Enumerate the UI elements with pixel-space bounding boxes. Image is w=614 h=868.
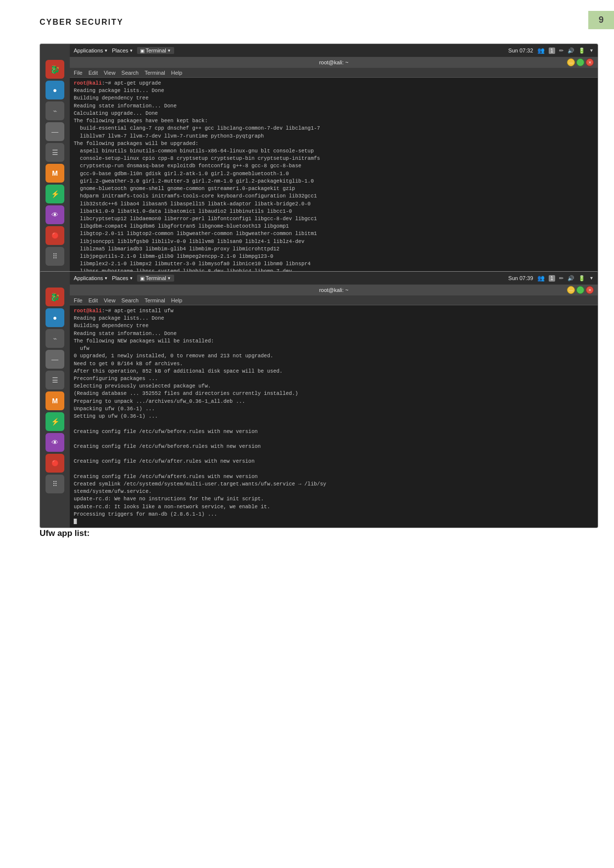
taskbar-icon-battery-2: 🔋 bbox=[578, 275, 585, 282]
sidebar-icon-blue: ● bbox=[46, 81, 64, 99]
clock-1: Sun 07:32 bbox=[508, 48, 533, 53]
taskbar-icon-sound: 🔊 bbox=[567, 48, 574, 54]
taskbar-icon-pencil: ✏ bbox=[559, 48, 564, 54]
kali-taskbar-2: Applications ▼ Places ▼ ▣ Terminal ▼ Sun… bbox=[70, 272, 598, 285]
terminal-menu-btn-2[interactable]: ▣ Terminal ▼ bbox=[137, 275, 174, 282]
kali-taskbar-1: Applications ▼ Places ▼ ▣ Terminal ▼ Sun… bbox=[70, 44, 598, 57]
minimize-btn-1[interactable]: — bbox=[567, 58, 575, 66]
sidebar-icon-dragon: 🐉 bbox=[46, 60, 64, 79]
window-titlebar-2: root@kali: ~ — ✕ bbox=[70, 285, 598, 295]
menu-view-1[interactable]: View bbox=[104, 70, 116, 76]
page-number-badge: 9 bbox=[588, 11, 614, 29]
menu-terminal-1[interactable]: Terminal bbox=[144, 70, 165, 76]
places-caret-2: ▼ bbox=[129, 276, 133, 281]
maximize-btn-1[interactable] bbox=[576, 58, 584, 66]
terminal-caret-2: ▼ bbox=[167, 276, 171, 281]
terminal-content-1: root@kali:~# apt-get upgrade Reading pac… bbox=[70, 78, 598, 300]
sidebar-icon-dash-2: — bbox=[46, 350, 64, 369]
places-menu-2[interactable]: Places ▼ bbox=[112, 275, 133, 281]
clock-2: Sun 07:39 bbox=[508, 275, 533, 281]
apps-caret-2: ▼ bbox=[104, 276, 108, 281]
minimize-btn-2[interactable]: — bbox=[567, 286, 575, 294]
menu-search-1[interactable]: Search bbox=[121, 70, 139, 76]
menu-view-2[interactable]: View bbox=[104, 297, 116, 303]
window-buttons-1: — ✕ bbox=[567, 58, 594, 66]
sidebar-icon-red: 🔴 bbox=[46, 226, 64, 245]
sidebar-icon-m-2: M bbox=[46, 391, 64, 410]
menu-help-2[interactable]: Help bbox=[171, 297, 183, 303]
menu-search-2[interactable]: Search bbox=[121, 297, 139, 303]
close-btn-1[interactable]: ✕ bbox=[586, 58, 594, 66]
menu-help-1[interactable]: Help bbox=[171, 70, 183, 76]
window-titlebar-1: root@kali: ~ — ✕ bbox=[70, 57, 598, 68]
terminal-main-2: Applications ▼ Places ▼ ▣ Terminal ▼ Sun… bbox=[70, 272, 598, 528]
sidebar-icon-list-2: ☰ bbox=[46, 371, 64, 389]
menu-edit-1[interactable]: Edit bbox=[89, 70, 98, 76]
taskbar-icon-people: 👥 bbox=[537, 47, 545, 54]
sidebar-icon-dots: ⠿ bbox=[46, 247, 64, 266]
places-caret-1: ▼ bbox=[129, 48, 133, 53]
applications-menu-1[interactable]: Applications ▼ bbox=[74, 48, 108, 53]
taskbar-icon-num-2: 1 bbox=[549, 275, 556, 282]
apps-caret-1: ▼ bbox=[104, 48, 108, 53]
taskbar-icon-down: ▼ bbox=[589, 48, 594, 53]
sidebar-icon-lightning: ⚡ bbox=[46, 185, 64, 203]
taskbar-icon-battery: 🔋 bbox=[578, 48, 585, 54]
sidebar-icon-red-2: 🔴 bbox=[46, 454, 64, 473]
sidebar-icon-blue-2: ● bbox=[46, 308, 64, 327]
taskbar-icon-sound-2: 🔊 bbox=[567, 275, 574, 282]
taskbar-icon-pencil-2: ✏ bbox=[559, 275, 564, 282]
sidebar-icon-lightning-2: ⚡ bbox=[46, 412, 64, 431]
sidebar-icon-eye: 👁 bbox=[46, 205, 64, 224]
close-btn-2[interactable]: ✕ bbox=[586, 286, 594, 294]
sidebar-icon-plug-2: ⌁ bbox=[46, 329, 64, 348]
taskbar-icon-people-2: 👥 bbox=[537, 275, 545, 282]
sidebar-icon-eye-2: 👁 bbox=[46, 433, 64, 452]
sidebar-icon-list: ☰ bbox=[46, 143, 64, 162]
sidebar-icon-dragon-2: 🐉 bbox=[46, 288, 64, 306]
section-label-ufw: Ufw app list: bbox=[40, 529, 90, 538]
screenshot-1: 🐉 ● ⌁ — ☰ M ⚡ 👁 🔴 ⠿ Applications ▼ Place… bbox=[40, 44, 598, 300]
terminal-main-1: Applications ▼ Places ▼ ▣ Terminal ▼ Sun… bbox=[70, 44, 598, 300]
menu-file-2[interactable]: File bbox=[74, 297, 83, 303]
sidebar-1: 🐉 ● ⌁ — ☰ M ⚡ 👁 🔴 ⠿ bbox=[40, 44, 70, 300]
taskbar-icon-down-2: ▼ bbox=[589, 276, 594, 281]
places-menu-1[interactable]: Places ▼ bbox=[112, 48, 133, 53]
screenshot-2: 🐉 ● ⌁ — ☰ M ⚡ 👁 🔴 ⠿ Applications ▼ Place… bbox=[40, 271, 598, 528]
maximize-btn-2[interactable] bbox=[576, 286, 584, 294]
applications-menu-2[interactable]: Applications ▼ bbox=[74, 275, 108, 281]
menu-file-1[interactable]: File bbox=[74, 70, 83, 76]
sidebar-icon-m: M bbox=[46, 164, 64, 183]
sidebar-icon-plug: ⌁ bbox=[46, 101, 64, 120]
sidebar-icon-dash: — bbox=[46, 122, 64, 141]
terminal-content-2: root@kali:~# apt-get install ufw Reading… bbox=[70, 305, 598, 528]
terminal-caret-1: ▼ bbox=[167, 48, 171, 53]
page-title: CYBER SECURITY bbox=[40, 18, 123, 27]
terminal-menu-btn-1[interactable]: ▣ Terminal ▼ bbox=[137, 47, 174, 54]
menu-terminal-2[interactable]: Terminal bbox=[144, 297, 165, 303]
sidebar-2: 🐉 ● ⌁ — ☰ M ⚡ 👁 🔴 ⠿ bbox=[40, 272, 70, 528]
menubar-1: File Edit View Search Terminal Help bbox=[70, 68, 598, 78]
taskbar-icon-num: 1 bbox=[549, 48, 556, 54]
menubar-2: File Edit View Search Terminal Help bbox=[70, 295, 598, 305]
sidebar-icon-dots-2: ⠿ bbox=[46, 475, 64, 493]
menu-edit-2[interactable]: Edit bbox=[89, 297, 98, 303]
window-buttons-2: — ✕ bbox=[567, 286, 594, 294]
